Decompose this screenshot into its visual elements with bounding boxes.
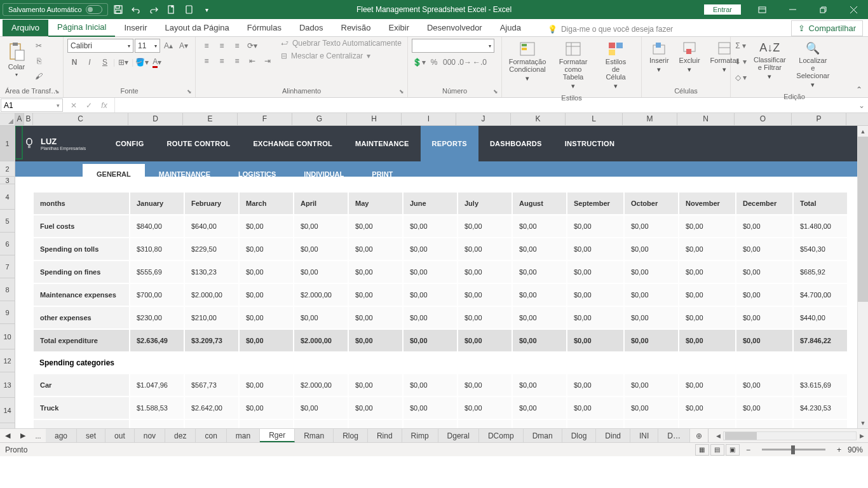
- sheet-tab[interactable]: ago: [46, 429, 77, 442]
- sub-nav-tab[interactable]: MAINTENANCE: [145, 164, 224, 184]
- row-header[interactable]: 5: [0, 210, 15, 233]
- column-header[interactable]: D: [128, 113, 183, 125]
- expand-formula-icon[interactable]: ⌄: [855, 98, 868, 112]
- row-header[interactable]: 4: [0, 184, 15, 210]
- sign-in-button[interactable]: Entrar: [704, 4, 741, 15]
- vertical-scrollbar[interactable]: ▲ ▼: [857, 126, 868, 428]
- sheet-tab[interactable]: Dgeral: [438, 429, 479, 442]
- increase-font-icon[interactable]: A▴: [161, 39, 175, 53]
- underline-button[interactable]: S: [98, 55, 112, 69]
- cell-styles-button[interactable]: Estilos de Célula▾: [597, 39, 634, 93]
- tab-home[interactable]: Página Inicial: [48, 19, 115, 37]
- sheet-tab[interactable]: Rger: [260, 429, 295, 442]
- fx-icon[interactable]: fx: [97, 98, 112, 112]
- decrease-font-icon[interactable]: A▾: [177, 39, 191, 53]
- align-top-icon[interactable]: ≡: [200, 39, 214, 53]
- collapse-ribbon-icon[interactable]: ⌃: [853, 83, 865, 96]
- tab-prev-icon[interactable]: ◀: [0, 429, 15, 442]
- sheet-tab[interactable]: DComp: [479, 429, 524, 442]
- qat-phone-icon[interactable]: [182, 2, 197, 17]
- sheet-tab[interactable]: Dlog: [562, 429, 597, 442]
- row-header[interactable]: 1: [0, 126, 15, 161]
- insert-cells-button[interactable]: Inserir▾: [646, 39, 673, 76]
- fill-color-icon[interactable]: 🪣▾: [135, 55, 149, 69]
- scroll-up-icon[interactable]: ▲: [858, 126, 868, 137]
- sheet-tab[interactable]: D…: [658, 429, 690, 442]
- zoom-slider[interactable]: [762, 449, 825, 451]
- increase-indent-icon[interactable]: ⇥: [261, 54, 275, 68]
- tab-help[interactable]: Ajuda: [491, 20, 530, 36]
- hscroll-right-icon[interactable]: ▶: [857, 431, 867, 440]
- normal-view-icon[interactable]: ▦: [695, 444, 709, 456]
- row-header[interactable]: 14: [0, 398, 15, 423]
- share-button[interactable]: ⇪ Compartilhar: [791, 20, 863, 36]
- find-select-button[interactable]: 🔍Localizar e Selecionar▾: [792, 39, 833, 92]
- zoom-level[interactable]: 90%: [848, 445, 863, 454]
- tell-me-search[interactable]: 💡 Diga-me o que você deseja fazer: [543, 22, 678, 36]
- nav-item[interactable]: EXCHANGE CONTROL: [241, 126, 344, 161]
- add-sheet-button[interactable]: ⊕: [690, 429, 708, 442]
- bold-button[interactable]: N: [67, 55, 81, 69]
- sheet-tab[interactable]: Rlog: [334, 429, 368, 442]
- align-right-icon[interactable]: ≡: [230, 54, 244, 68]
- nav-item[interactable]: ROUTE CONTROL: [156, 126, 242, 161]
- sheet-tab[interactable]: set: [77, 429, 105, 442]
- save-icon[interactable]: [111, 2, 126, 17]
- tab-view[interactable]: Exibir: [379, 20, 418, 36]
- ribbon-display-icon[interactable]: [747, 0, 776, 19]
- sub-nav-tab[interactable]: PRINT: [358, 164, 407, 184]
- qat-doc-icon[interactable]: [164, 2, 179, 17]
- nav-item[interactable]: REPORTS: [421, 126, 478, 161]
- cut-icon[interactable]: ✂: [32, 39, 46, 53]
- row-header[interactable]: 9: [0, 301, 15, 324]
- percent-icon[interactable]: %: [427, 55, 441, 69]
- align-left-icon[interactable]: ≡: [200, 54, 214, 68]
- column-header[interactable]: P: [792, 113, 846, 125]
- close-icon[interactable]: [839, 0, 868, 19]
- minimize-icon[interactable]: [778, 0, 807, 19]
- column-header[interactable]: A: [15, 113, 24, 125]
- scroll-down-icon[interactable]: ▼: [858, 417, 868, 428]
- increase-decimal-icon[interactable]: .0→: [458, 55, 471, 69]
- nav-item[interactable]: MAINTENANCE: [344, 126, 421, 161]
- row-header[interactable]: 6: [0, 233, 15, 255]
- clear-icon[interactable]: ◇ ▾: [735, 71, 747, 85]
- sheet-tab[interactable]: nov: [135, 429, 165, 442]
- autosum-icon[interactable]: Σ ▾: [735, 39, 747, 53]
- page-layout-view-icon[interactable]: ▤: [710, 444, 724, 456]
- column-header[interactable]: F: [238, 113, 292, 125]
- copy-icon[interactable]: ⎘: [32, 54, 46, 68]
- zoom-in-icon[interactable]: +: [837, 445, 841, 454]
- confirm-formula-icon[interactable]: ✓: [81, 98, 97, 112]
- orientation-icon[interactable]: ⟳▾: [245, 39, 259, 53]
- autosave-toggle[interactable]: Salvamento Automático: [3, 3, 108, 16]
- column-header[interactable]: C: [33, 113, 128, 125]
- column-header[interactable]: E: [183, 113, 238, 125]
- nav-item[interactable]: CONFIG: [104, 126, 156, 161]
- launcher-icon[interactable]: ⬊: [492, 88, 499, 95]
- align-middle-icon[interactable]: ≡: [215, 39, 229, 53]
- decrease-decimal-icon[interactable]: ←.0: [473, 55, 487, 69]
- tab-page-layout[interactable]: Layout da Página: [156, 20, 238, 36]
- qat-more-icon[interactable]: ▾: [200, 2, 215, 17]
- tab-review[interactable]: Revisão: [332, 20, 380, 36]
- fill-icon[interactable]: ⬇ ▾: [735, 55, 747, 69]
- row-header[interactable]: 7: [0, 255, 15, 278]
- tab-ellipsis[interactable]: ...: [31, 429, 46, 442]
- row-header[interactable]: 3: [0, 177, 15, 184]
- horizontal-scrollbar[interactable]: ◀ ▶: [712, 429, 868, 442]
- sheet-tab[interactable]: out: [105, 429, 135, 442]
- file-tab[interactable]: Arquivo: [3, 20, 48, 36]
- sub-nav-tab[interactable]: GENERAL: [83, 164, 145, 184]
- tab-formulas[interactable]: Fórmulas: [238, 20, 290, 36]
- sheet-tab[interactable]: man: [227, 429, 260, 442]
- nav-item[interactable]: INSTRUCTION: [553, 126, 626, 161]
- column-header[interactable]: N: [677, 113, 735, 125]
- format-painter-icon[interactable]: 🖌: [32, 69, 46, 83]
- name-box[interactable]: A1▾: [1, 98, 63, 112]
- redo-icon[interactable]: [146, 2, 161, 17]
- delete-cells-button[interactable]: Excluir▾: [675, 39, 704, 76]
- row-header[interactable]: 8: [0, 278, 15, 301]
- sub-nav-tab[interactable]: LOGISTICS: [224, 164, 290, 184]
- column-header[interactable]: I: [402, 113, 456, 125]
